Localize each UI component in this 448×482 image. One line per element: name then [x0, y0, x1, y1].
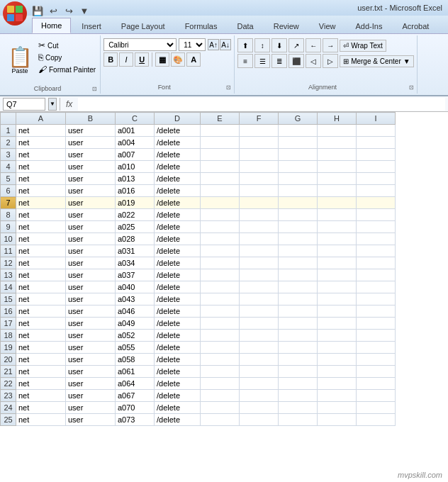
cell-g16[interactable]: [279, 306, 318, 318]
cell-e22[interactable]: [201, 378, 240, 390]
cell-i3[interactable]: [357, 149, 396, 161]
row-header-19[interactable]: 19: [1, 342, 16, 354]
italic-button[interactable]: I: [119, 52, 133, 67]
cell-f4[interactable]: [240, 161, 279, 173]
cell-h16[interactable]: [318, 306, 357, 318]
col-header-d[interactable]: D: [155, 113, 201, 125]
row-header-6[interactable]: 6: [1, 185, 16, 197]
save-qat-button[interactable]: 💾: [31, 4, 44, 17]
cell-h18[interactable]: [318, 330, 357, 342]
font-family-select[interactable]: Calibri: [103, 38, 177, 51]
cell-e7[interactable]: [201, 197, 240, 209]
cell-i1[interactable]: [357, 125, 396, 137]
cell-d4[interactable]: /delete: [155, 161, 201, 173]
tab-insert[interactable]: Insert: [72, 18, 111, 33]
cell-g22[interactable]: [279, 378, 318, 390]
cell-b7[interactable]: user: [66, 197, 116, 209]
cell-a1[interactable]: net: [16, 125, 66, 137]
cell-d25[interactable]: /delete: [155, 414, 201, 426]
col-header-f[interactable]: F: [240, 113, 279, 125]
cell-b20[interactable]: user: [66, 354, 116, 366]
cell-f7[interactable]: [240, 197, 279, 209]
cell-h7[interactable]: [318, 197, 357, 209]
align-middle-button[interactable]: ↕: [254, 38, 270, 52]
wrap-text-button[interactable]: ⏎ Wrap Text: [340, 40, 386, 52]
row-header-5[interactable]: 5: [1, 173, 16, 185]
cell-g10[interactable]: [279, 233, 318, 245]
cell-g21[interactable]: [279, 366, 318, 378]
cell-b15[interactable]: user: [66, 293, 116, 306]
row-header-20[interactable]: 20: [1, 354, 16, 366]
cell-c16[interactable]: a046: [116, 306, 155, 318]
cell-ref-dropdown[interactable]: ▼: [48, 98, 57, 111]
row-header-18[interactable]: 18: [1, 330, 16, 342]
cell-f1[interactable]: [240, 125, 279, 137]
cell-f3[interactable]: [240, 149, 279, 161]
row-header-15[interactable]: 15: [1, 293, 16, 306]
cell-b17[interactable]: user: [66, 318, 116, 330]
cell-h4[interactable]: [318, 161, 357, 173]
cell-e6[interactable]: [201, 185, 240, 197]
cell-d23[interactable]: /delete: [155, 390, 201, 402]
cell-g13[interactable]: [279, 269, 318, 281]
tab-add-ins[interactable]: Add-Ins: [346, 18, 391, 33]
cell-e18[interactable]: [201, 330, 240, 342]
office-button[interactable]: [3, 1, 27, 26]
row-header-8[interactable]: 8: [1, 209, 16, 221]
cell-a2[interactable]: net: [16, 137, 66, 149]
col-header-e[interactable]: E: [201, 113, 240, 125]
tab-home[interactable]: Home: [32, 18, 71, 33]
cell-g19[interactable]: [279, 342, 318, 354]
fill-color-button[interactable]: 🎨: [171, 52, 185, 67]
cell-c8[interactable]: a022: [116, 209, 155, 221]
cell-a12[interactable]: net: [16, 257, 66, 269]
cell-g6[interactable]: [279, 185, 318, 197]
cell-f9[interactable]: [240, 221, 279, 233]
cell-g17[interactable]: [279, 318, 318, 330]
cell-i19[interactable]: [357, 342, 396, 354]
cell-a4[interactable]: net: [16, 161, 66, 173]
tab-review[interactable]: Review: [264, 18, 308, 33]
alignment-expand-icon[interactable]: ⊡: [409, 84, 414, 91]
row-header-21[interactable]: 21: [1, 366, 16, 378]
cell-b23[interactable]: user: [66, 390, 116, 402]
cell-i25[interactable]: [357, 414, 396, 426]
row-header-4[interactable]: 4: [1, 161, 16, 173]
cell-h8[interactable]: [318, 209, 357, 221]
col-header-b[interactable]: B: [66, 113, 116, 125]
cell-f10[interactable]: [240, 233, 279, 245]
justify-button[interactable]: ⬛: [289, 54, 304, 68]
cell-g8[interactable]: [279, 209, 318, 221]
cell-d9[interactable]: /delete: [155, 221, 201, 233]
cell-h6[interactable]: [318, 185, 357, 197]
cell-b13[interactable]: user: [66, 269, 116, 281]
cell-f15[interactable]: [240, 293, 279, 306]
qat-dropdown-button[interactable]: ▼: [78, 4, 91, 17]
cell-b6[interactable]: user: [66, 185, 116, 197]
cell-i4[interactable]: [357, 161, 396, 173]
align-left2-button[interactable]: ◁: [306, 54, 321, 68]
cell-b9[interactable]: user: [66, 221, 116, 233]
cell-a16[interactable]: net: [16, 306, 66, 318]
paste-button[interactable]: 📋 Paste: [4, 38, 35, 84]
cell-e11[interactable]: [201, 245, 240, 257]
cell-i21[interactable]: [357, 366, 396, 378]
clipboard-expand-icon[interactable]: ⊡: [92, 86, 97, 92]
cell-d21[interactable]: /delete: [155, 366, 201, 378]
cell-a13[interactable]: net: [16, 269, 66, 281]
tab-data[interactable]: Data: [228, 18, 262, 33]
cell-c9[interactable]: a025: [116, 221, 155, 233]
cell-a11[interactable]: net: [16, 245, 66, 257]
cell-c23[interactable]: a067: [116, 390, 155, 402]
cell-h17[interactable]: [318, 318, 357, 330]
cell-h21[interactable]: [318, 366, 357, 378]
cell-h2[interactable]: [318, 137, 357, 149]
align-right-button[interactable]: ≣: [271, 54, 287, 68]
cell-f14[interactable]: [240, 281, 279, 293]
cell-a21[interactable]: net: [16, 366, 66, 378]
border-button[interactable]: ▦: [155, 52, 169, 67]
cell-f16[interactable]: [240, 306, 279, 318]
align-top-button[interactable]: ⬆: [237, 38, 253, 52]
col-header-i[interactable]: I: [357, 113, 396, 125]
cell-i12[interactable]: [357, 257, 396, 269]
